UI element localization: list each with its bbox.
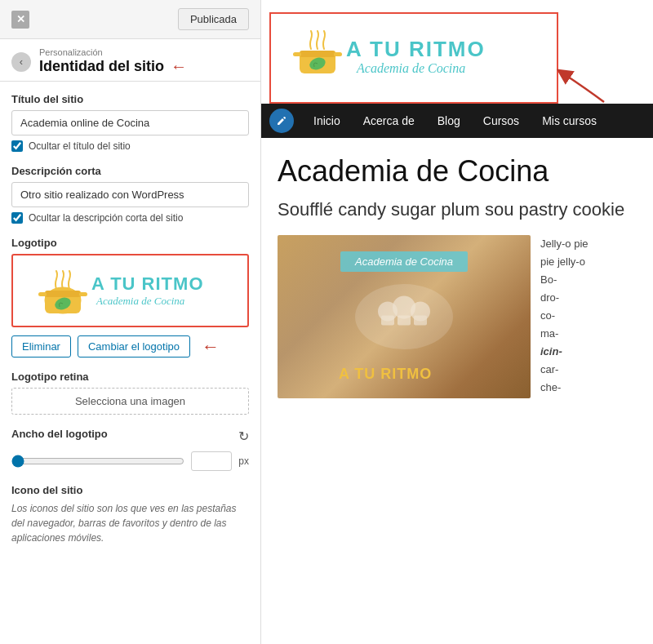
svg-rect-11 (334, 52, 342, 56)
right-panel: A TU RITMO Academia de Cocina Inicio Ace… (261, 0, 653, 644)
preview-logo-area: A TU RITMO Academia de Cocina (261, 4, 653, 104)
svg-rect-21 (414, 315, 427, 325)
icono-description: Los iconos del sitio son los que ves en … (11, 501, 249, 545)
breadcrumb-parent: Personalización (39, 47, 187, 57)
ancho-section: Ancho del logotipo ↻ px (11, 428, 249, 471)
retina-label: Logotipo retina (11, 371, 249, 383)
hide-title-row: Ocultar el título del sitio (11, 140, 249, 152)
logo-buttons: Eliminar Cambiar el logotipo ← (11, 335, 249, 358)
food-logo-svg: A TU RITMO (339, 359, 469, 392)
svg-rect-10 (293, 52, 301, 56)
logo-image: A TU RITMO Academia de Cocina (33, 262, 229, 319)
retina-section: Logotipo retina Selecciona una imagen (11, 371, 249, 415)
hide-title-label: Ocultar el título del sitio (29, 140, 131, 152)
hide-title-checkbox[interactable] (11, 140, 23, 152)
breadcrumb-title: Identidad del sitio ← (39, 57, 187, 76)
nav-inicio[interactable]: Inicio (302, 104, 352, 138)
nav-edit-button[interactable] (269, 109, 294, 133)
desc-section: Descripción corta Ocultar la descripción… (11, 165, 249, 224)
svg-rect-2 (45, 291, 81, 297)
icono-section: Icono del sitio Los iconos del sitio son… (11, 484, 249, 545)
site-title-section: Título del sitio Ocultar el título del s… (11, 93, 249, 152)
svg-text:Academia de Cocina: Academia de Cocina (96, 295, 185, 307)
eliminar-button[interactable]: Eliminar (11, 335, 71, 358)
nav-bar: Inicio Acerca de Blog Cursos Mis cursos (261, 104, 653, 138)
nav-acerca[interactable]: Acerca de (352, 104, 426, 138)
nav-mis-cursos[interactable]: Mis cursos (531, 104, 608, 138)
svg-text:A TU RITMO: A TU RITMO (91, 273, 204, 294)
main-container: ✕ Publicada ‹ Personalización Identidad … (0, 0, 653, 644)
breadcrumb: ‹ Personalización Identidad del sitio ← (0, 39, 260, 82)
logo-label: Logotipo (11, 237, 249, 249)
svg-rect-20 (398, 315, 411, 325)
px-unit-label: px (238, 455, 249, 467)
reset-icon[interactable]: ↻ (238, 429, 249, 444)
svg-rect-4 (79, 292, 87, 296)
logo-preview: A TU RITMO Academia de Cocina (11, 254, 249, 327)
ancho-px-input[interactable] (191, 451, 232, 471)
food-image-logo: A TU RITMO (339, 359, 469, 392)
back-button[interactable]: ‹ (11, 52, 31, 72)
panel-content: Título del sitio Ocultar el título del s… (0, 82, 260, 644)
svg-rect-3 (38, 292, 47, 296)
top-bar: ✕ Publicada (0, 0, 260, 39)
nav-blog[interactable]: Blog (426, 104, 472, 138)
content-title: Academia de Cocina (278, 154, 637, 189)
cambiar-logo-button[interactable]: Cambiar el logotipo (78, 335, 190, 358)
logo-section: Logotipo (11, 237, 249, 358)
overlay-badge: Academia de Cocina (340, 251, 468, 272)
hide-desc-row: Ocultar la descripción corta del sitio (11, 212, 249, 224)
ancho-header: Ancho del logotipo ↻ (11, 428, 249, 445)
svg-rect-19 (381, 315, 394, 325)
publish-button[interactable]: Publicada (178, 8, 249, 30)
close-button[interactable]: ✕ (11, 11, 29, 29)
desc-label: Descripción corta (11, 165, 249, 177)
content-area: Academia de Cocina Soufflé candy sugar p… (261, 138, 653, 644)
pencil-icon (276, 115, 287, 127)
icono-label: Icono del sitio (11, 484, 249, 496)
svg-rect-9 (300, 51, 335, 57)
red-arrow-icon: ← (171, 57, 187, 76)
svg-text:A TU RITMO: A TU RITMO (346, 37, 486, 61)
chef-icons (371, 291, 437, 342)
svg-text:Academia de Cocina: Academia de Cocina (356, 61, 465, 75)
content-subtitle: Soufflé candy sugar plum sou pastry cook… (278, 198, 637, 222)
food-image: Academia de Cocina A TU RITMO (278, 235, 531, 398)
preview-logo-box: A TU RITMO Academia de Cocina (269, 12, 558, 104)
red-arrow-logo-icon: ← (202, 336, 220, 358)
svg-text:A TU RITMO: A TU RITMO (339, 366, 432, 382)
site-title-label: Título del sitio (11, 93, 249, 105)
hide-desc-checkbox[interactable] (11, 212, 23, 224)
preview-logo-svg: A TU RITMO Academia de Cocina (287, 22, 540, 91)
site-title-input[interactable] (11, 110, 249, 135)
ancho-slider[interactable] (11, 455, 184, 468)
left-panel: ✕ Publicada ‹ Personalización Identidad … (0, 0, 261, 644)
retina-select-button[interactable]: Selecciona una imagen (11, 388, 249, 415)
content-text: Jelly-o piepie jelly-oBo-dro-co-ma-icin-… (540, 235, 589, 398)
ancho-label: Ancho del logotipo (11, 428, 108, 440)
nav-cursos[interactable]: Cursos (472, 104, 531, 138)
hide-desc-label: Ocultar la descripción corta del sitio (29, 212, 183, 224)
desc-input[interactable] (11, 182, 249, 207)
overlay-area: Academia de Cocina (278, 251, 531, 272)
slider-row: px (11, 451, 249, 471)
content-image-row: Academia de Cocina A TU RITMO (278, 235, 637, 398)
